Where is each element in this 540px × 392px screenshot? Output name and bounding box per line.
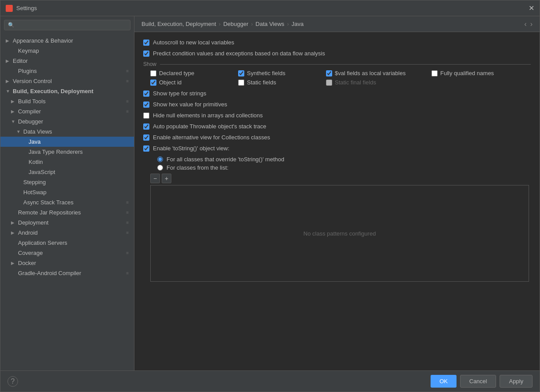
static-final-fields-label: Static final fields xyxy=(335,79,376,86)
sidebar-item-java-type-renderers[interactable]: Java Type Renderers xyxy=(0,147,134,157)
class-patterns-list[interactable]: No class patterns configured xyxy=(150,185,529,282)
fully-qualified-checkbox[interactable] xyxy=(431,70,438,76)
sidebar-item-docker[interactable]: ▶ Docker xyxy=(0,258,134,268)
enable-tostring-checkbox[interactable] xyxy=(143,145,149,152)
sidebar-item-label: Build Tools xyxy=(18,98,46,105)
sidebar-item-debugger[interactable]: ▼ Debugger xyxy=(0,116,134,127)
declared-type-checkbox[interactable] xyxy=(150,70,156,76)
show-cell-static-fields: Static fields xyxy=(238,79,326,86)
sidebar-item-editor[interactable]: ▶ Editor xyxy=(0,56,134,66)
show-type-checkbox[interactable] xyxy=(143,91,149,97)
ok-button[interactable]: OK xyxy=(431,375,457,388)
sidebar-item-java[interactable]: Java xyxy=(0,137,134,147)
sidebar-item-app-servers[interactable]: Application Servers xyxy=(0,238,134,248)
radio-from-list-input[interactable] xyxy=(157,165,163,171)
sidebar-item-coverage[interactable]: Coverage ≡ xyxy=(0,248,134,258)
sidebar-item-label: Deployment xyxy=(18,219,48,226)
show-cell-static-final-fields: Static final fields xyxy=(326,79,431,86)
sidebar-item-build-execution[interactable]: ▼ Build, Execution, Deployment xyxy=(0,86,134,96)
sidebar-item-compiler[interactable]: ▶ Compiler ≡ xyxy=(0,106,134,116)
search-box[interactable]: 🔍 xyxy=(4,20,130,30)
enable-alt-checkbox[interactable] xyxy=(143,134,149,141)
remove-button[interactable]: − xyxy=(150,174,160,183)
enable-alt-label: Enable alternative view for Collections … xyxy=(153,134,270,141)
breadcrumb-bar: Build, Execution, Deployment › Debugger … xyxy=(134,16,540,32)
sidebar-item-kotlin[interactable]: Kotlin xyxy=(0,157,134,167)
show-row-2: Object id Static fields Static final fie… xyxy=(150,79,531,86)
sidebar-item-label: Gradle-Android Compiler xyxy=(18,270,81,276)
scroll-icon: ≡ xyxy=(126,79,129,83)
autoscroll-row: Autoscroll to new local variables xyxy=(143,39,531,46)
scroll-icon: ≡ xyxy=(126,200,129,205)
close-button[interactable]: ✕ xyxy=(529,4,534,12)
arrow-icon: ▼ xyxy=(16,129,22,134)
help-button[interactable]: ? xyxy=(7,376,18,387)
sidebar-item-label: Build, Execution, Deployment xyxy=(13,88,93,94)
sidebar-item-label: JavaScript xyxy=(29,169,55,175)
object-id-checkbox[interactable] xyxy=(150,80,156,86)
search-input[interactable] xyxy=(16,22,127,28)
sidebar-item-label: Kotlin xyxy=(29,159,43,165)
settings-content: Autoscroll to new local variables Predic… xyxy=(134,32,540,370)
sidebar-item-async-stack-traces[interactable]: Async Stack Traces ≡ xyxy=(0,197,134,207)
arrow-icon: ▶ xyxy=(6,79,11,83)
nav-tree: ▶ Appearance & Behavior Keymap ▶ Editor … xyxy=(0,34,134,370)
static-final-fields-checkbox[interactable] xyxy=(326,80,332,86)
sidebar-item-label: Editor xyxy=(13,58,28,64)
sidebar-item-plugins[interactable]: Plugins ≡ xyxy=(0,66,134,76)
show-hex-label: Show hex value for primitives xyxy=(153,101,227,108)
sidebar-item-javascript[interactable]: JavaScript xyxy=(0,167,134,177)
val-fields-checkbox[interactable] xyxy=(326,70,332,76)
sidebar-item-keymap[interactable]: Keymap xyxy=(0,46,134,56)
arrow-icon: ▶ xyxy=(11,230,16,235)
radio-all-classes: For all classes that override 'toString(… xyxy=(157,156,531,163)
show-cell-object-id: Object id xyxy=(150,79,238,86)
sidebar-item-gradle-android[interactable]: Gradle-Android Compiler ≡ xyxy=(0,268,134,278)
sidebar-item-label: Stepping xyxy=(23,179,46,185)
radio-from-list-label: For classes from the list: xyxy=(167,164,228,171)
sidebar-item-label: Keymap xyxy=(18,47,39,54)
sidebar-item-version-control[interactable]: ▶ Version Control ≡ xyxy=(0,76,134,86)
hide-null-label: Hide null elements in arrays and collect… xyxy=(153,112,263,119)
scroll-icon: ≡ xyxy=(126,210,129,215)
static-fields-checkbox[interactable] xyxy=(238,80,244,86)
breadcrumb-part-4: Java xyxy=(291,21,303,27)
sidebar-item-label: HotSwap xyxy=(23,189,47,196)
scroll-icon: ≡ xyxy=(126,220,129,225)
synthetic-fields-checkbox[interactable] xyxy=(238,70,244,76)
sidebar-item-build-tools[interactable]: ▶ Build Tools ≡ xyxy=(0,96,134,106)
sidebar-item-label: Docker xyxy=(18,260,36,266)
arrow-icon: ▼ xyxy=(11,119,16,124)
cancel-button[interactable]: Cancel xyxy=(460,375,496,388)
bottom-bar: ? OK Cancel Apply xyxy=(0,370,540,392)
add-button[interactable]: + xyxy=(162,174,171,183)
autoscroll-checkbox[interactable] xyxy=(143,40,149,46)
apply-button[interactable]: Apply xyxy=(500,375,533,388)
app-icon xyxy=(6,5,13,12)
sidebar-item-data-views[interactable]: ▼ Data Views xyxy=(0,127,134,137)
radio-all-classes-input[interactable] xyxy=(157,156,163,162)
scroll-icon: ≡ xyxy=(126,69,129,73)
arrow-icon: ▶ xyxy=(11,99,16,104)
scroll-icon: ≡ xyxy=(126,109,129,114)
show-hex-checkbox[interactable] xyxy=(143,102,149,108)
sidebar-item-label: Plugins xyxy=(18,68,37,74)
hide-null-checkbox[interactable] xyxy=(143,113,149,119)
bottom-left: ? xyxy=(7,376,18,387)
sidebar-item-appearance[interactable]: ▶ Appearance & Behavior xyxy=(0,36,134,46)
right-panel: Build, Execution, Deployment › Debugger … xyxy=(134,16,540,370)
predict-checkbox[interactable] xyxy=(143,51,149,57)
sidebar-item-remote-jar[interactable]: Remote Jar Repositories ≡ xyxy=(0,207,134,218)
enable-alt-row: Enable alternative view for Collections … xyxy=(143,134,531,141)
sidebar-item-hotswap[interactable]: HotSwap xyxy=(0,187,134,197)
arrow-icon: ▶ xyxy=(6,38,11,43)
sidebar-item-label: Coverage xyxy=(18,250,43,256)
sidebar-item-stepping[interactable]: Stepping xyxy=(0,177,134,187)
sidebar-item-deployment[interactable]: ▶ Deployment ≡ xyxy=(0,218,134,228)
sidebar-item-label: Async Stack Traces xyxy=(23,199,73,206)
auto-populate-checkbox[interactable] xyxy=(143,123,149,130)
fully-qualified-label: Fully qualified names xyxy=(440,70,494,76)
sidebar-item-android[interactable]: ▶ Android ≡ xyxy=(0,228,134,238)
forward-arrow[interactable]: › xyxy=(530,20,533,28)
back-arrow[interactable]: ‹ xyxy=(524,20,526,28)
